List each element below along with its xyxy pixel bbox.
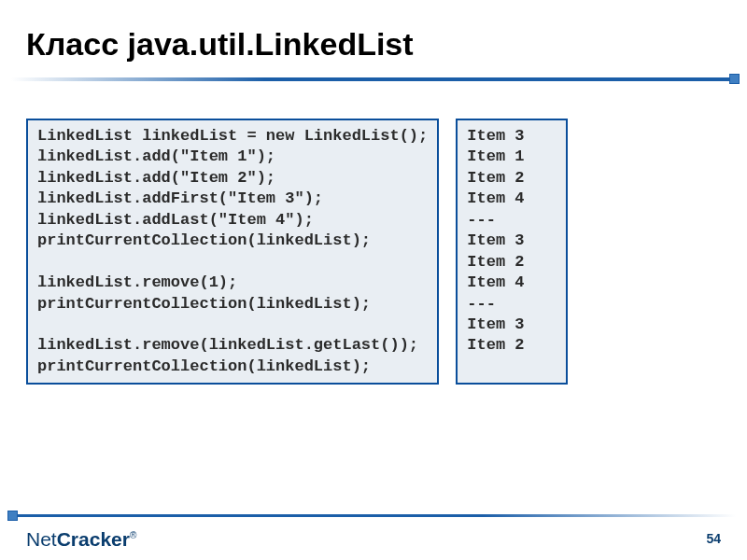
footer: NetCracker® 54 — [0, 517, 747, 560]
logo-registered-icon: ® — [130, 530, 136, 540]
logo: NetCracker® — [26, 528, 136, 551]
output-block: Item 3 Item 1 Item 2 Item 4 --- Item 3 I… — [456, 119, 568, 385]
page-number: 54 — [706, 531, 721, 551]
content-area: LinkedList linkedList = new LinkedList()… — [0, 81, 747, 385]
title-divider — [11, 77, 736, 81]
decorative-square-icon — [729, 74, 740, 84]
code-block: LinkedList linkedList = new LinkedList()… — [26, 119, 439, 385]
slide-title: Класс java.util.LinkedList — [0, 0, 747, 77]
logo-part-cracker: Cracker — [57, 528, 130, 550]
logo-part-net: Net — [26, 528, 57, 550]
